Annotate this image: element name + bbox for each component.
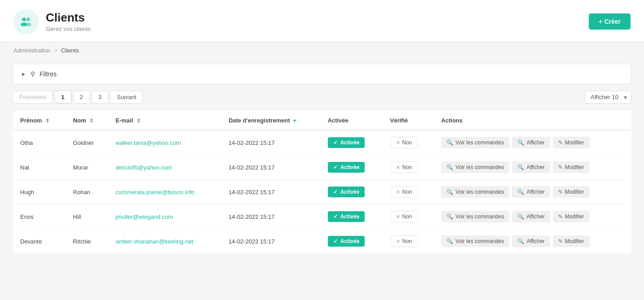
create-button[interactable]: + Créer xyxy=(589,13,631,30)
pagination-page-2[interactable]: 2 xyxy=(73,91,90,104)
cell-verifie: ✕ Non xyxy=(383,130,434,155)
eye-icon: 🔍 xyxy=(517,164,524,170)
cell-nom: Hill xyxy=(66,204,109,229)
afficher-button[interactable]: 🔍 Afficher xyxy=(512,211,550,222)
cell-activee: ✓ Activée xyxy=(321,204,383,229)
afficher-button[interactable]: 🔍 Afficher xyxy=(512,161,550,173)
col-nom[interactable]: Nom ⇕ xyxy=(66,111,109,130)
check-icon: ✓ xyxy=(333,238,338,244)
per-page-select[interactable]: Afficher 10 Afficher 25 Afficher 50 xyxy=(585,91,631,104)
check-icon: ✓ xyxy=(333,189,338,195)
col-actions: Actions xyxy=(434,111,631,130)
pagination-next[interactable]: Suivant xyxy=(110,91,143,104)
col-activee: Activée xyxy=(321,111,383,130)
afficher-button[interactable]: 🔍 Afficher xyxy=(512,137,550,148)
per-page-wrapper: Afficher 10 Afficher 25 Afficher 50 xyxy=(585,91,631,104)
cell-verifie: ✕ Non xyxy=(383,155,434,180)
check-icon: ✓ xyxy=(333,164,338,170)
breadcrumb-parent[interactable]: Administration xyxy=(13,47,50,54)
cell-actions: 🔍 Voir les commandes 🔍 Afficher ✎ Modifi… xyxy=(434,130,631,155)
table-row: Enos Hill jmuller@wiegand.com 14-02-2022… xyxy=(13,204,631,229)
cell-prenom: Devante xyxy=(13,229,66,254)
pagination-page-1[interactable]: 1 xyxy=(54,91,71,104)
cell-nom: Goldner xyxy=(66,130,109,155)
cell-email[interactable]: walker.tania@yahoo.com xyxy=(108,130,221,155)
eye-icon: 🔍 xyxy=(517,213,524,220)
table-body: Otha Goldner walker.tania@yahoo.com 14-0… xyxy=(13,130,631,254)
check-icon: ✓ xyxy=(333,213,338,220)
modifier-button[interactable]: ✎ Modifier xyxy=(553,186,590,198)
cell-prenom: Otha xyxy=(13,130,66,155)
page-title: Clients xyxy=(46,11,91,25)
cell-date: 14-02-2022 15:17 xyxy=(221,229,321,254)
filters-panel[interactable]: ► ⚲ Filtres xyxy=(13,64,631,84)
x-icon: ✕ xyxy=(396,214,400,220)
clients-icon xyxy=(13,9,39,34)
pagination-prev[interactable]: Précédent xyxy=(13,91,53,104)
cell-prenom: Hugh xyxy=(13,180,66,204)
pencil-icon: ✎ xyxy=(558,238,563,244)
cell-email[interactable]: cummerata.joanie@bosco.info xyxy=(108,180,221,204)
breadcrumb-current: Clients xyxy=(61,47,79,54)
filters-arrow-icon: ► xyxy=(21,71,26,77)
svg-point-3 xyxy=(26,23,31,26)
voir-commandes-button[interactable]: 🔍 Voir les commandes xyxy=(441,137,509,148)
page-subtitle: Gérez vos clients xyxy=(46,26,91,32)
cell-activee: ✓ Activée xyxy=(321,130,383,155)
modifier-button[interactable]: ✎ Modifier xyxy=(553,161,590,173)
eye-icon: 🔍 xyxy=(517,238,524,244)
page-wrapper: Clients Gérez vos clients + Créer Admini… xyxy=(0,0,644,300)
search-icon: 🔍 xyxy=(446,139,453,146)
pencil-icon: ✎ xyxy=(558,189,563,195)
cell-actions: 🔍 Voir les commandes 🔍 Afficher ✎ Modifi… xyxy=(434,229,631,254)
cell-prenom: Nat xyxy=(13,155,66,180)
afficher-button[interactable]: 🔍 Afficher xyxy=(512,186,550,198)
sort-email-icon: ⇕ xyxy=(137,118,141,124)
cell-prenom: Enos xyxy=(13,204,66,229)
x-icon: ✕ xyxy=(396,239,400,244)
cell-nom: Rohan xyxy=(66,180,109,204)
modifier-button[interactable]: ✎ Modifier xyxy=(553,137,590,148)
cell-email[interactable]: amber.shanahan@keeling.net xyxy=(108,229,221,254)
search-icon: 🔍 xyxy=(446,164,453,170)
check-icon: ✓ xyxy=(333,139,338,146)
afficher-button[interactable]: 🔍 Afficher xyxy=(512,235,550,247)
pagination-page-3[interactable]: 3 xyxy=(92,91,108,104)
cell-verifie: ✕ Non xyxy=(383,180,434,204)
filters-label: Filtres xyxy=(40,70,57,78)
cell-email[interactable]: jmuller@wiegand.com xyxy=(108,204,221,229)
modifier-button[interactable]: ✎ Modifier xyxy=(553,211,590,222)
svg-point-1 xyxy=(26,17,30,21)
cell-email[interactable]: derick95@yahoo.com xyxy=(108,155,221,180)
sort-prenom-icon: ⇕ xyxy=(45,118,49,124)
col-prenom[interactable]: Prénom ⇕ xyxy=(13,111,66,130)
col-email[interactable]: E-mail ⇕ xyxy=(108,111,221,130)
sort-date-icon: ▾ xyxy=(293,118,296,124)
pencil-icon: ✎ xyxy=(558,213,563,220)
header-text: Clients Gérez vos clients xyxy=(46,11,91,32)
voir-commandes-button[interactable]: 🔍 Voir les commandes xyxy=(441,235,509,247)
cell-activee: ✓ Activée xyxy=(321,180,383,204)
voir-commandes-button[interactable]: 🔍 Voir les commandes xyxy=(441,186,509,198)
cell-activee: ✓ Activée xyxy=(321,155,383,180)
pencil-icon: ✎ xyxy=(558,139,563,146)
content-area: Précédent 1 2 3 Suivant Afficher 10 Affi… xyxy=(13,91,631,254)
voir-commandes-button[interactable]: 🔍 Voir les commandes xyxy=(441,161,509,173)
cell-verifie: ✕ Non xyxy=(383,204,434,229)
pencil-icon: ✎ xyxy=(558,164,563,170)
cell-verifie: ✕ Non xyxy=(383,229,434,254)
cell-date: 14-02-2022 15:17 xyxy=(221,204,321,229)
page-header: Clients Gérez vos clients + Créer xyxy=(0,0,644,42)
voir-commandes-button[interactable]: 🔍 Voir les commandes xyxy=(441,211,509,222)
pagination-left: Précédent 1 2 3 Suivant xyxy=(13,91,143,104)
search-icon: 🔍 xyxy=(446,189,453,195)
table-row: Nat Morar derick95@yahoo.com 14-02-2022 … xyxy=(13,155,631,180)
modifier-button[interactable]: ✎ Modifier xyxy=(553,235,590,247)
cell-activee: ✓ Activée xyxy=(321,229,383,254)
col-verifie: Vérifié xyxy=(383,111,434,130)
eye-icon: 🔍 xyxy=(517,139,524,146)
col-date[interactable]: Date d'enregistrement ▾ xyxy=(221,111,321,130)
cell-date: 14-02-2022 15:17 xyxy=(221,130,321,155)
cell-date: 14-02-2022 15:17 xyxy=(221,180,321,204)
x-icon: ✕ xyxy=(396,189,400,195)
